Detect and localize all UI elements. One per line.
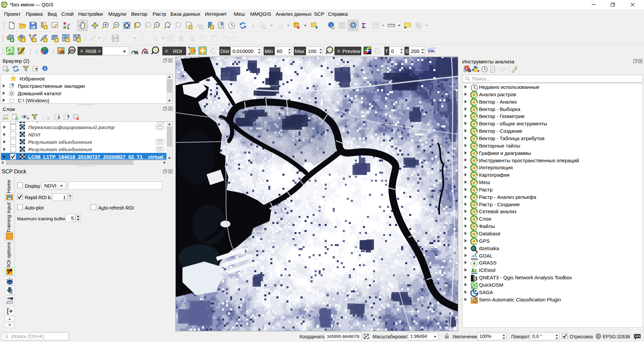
svg-text:i: i bbox=[330, 22, 332, 27]
svg-text:1:1: 1:1 bbox=[156, 24, 159, 26]
svg-text:%: % bbox=[134, 50, 139, 55]
svg-text:Σ: Σ bbox=[362, 21, 366, 30]
svg-text:ε: ε bbox=[42, 115, 44, 120]
svg-text:KML: KML bbox=[428, 49, 435, 53]
svg-text:3: 3 bbox=[474, 276, 477, 282]
svg-text:a: a bbox=[67, 26, 69, 30]
